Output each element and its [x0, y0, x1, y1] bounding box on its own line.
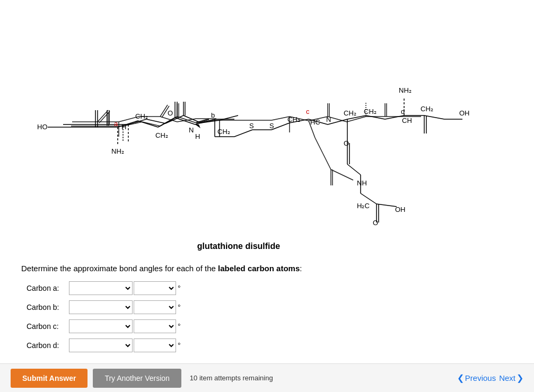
svg-text:CH₂: CH₂ — [155, 131, 168, 139]
question-section: Determine the approximate bond angles fo… — [21, 260, 513, 363]
svg-text:H: H — [121, 123, 126, 131]
carbon-a-select-1[interactable]: 90 109.5 120 180 — [69, 281, 133, 295]
svg-text:H₂C: H₂C — [357, 202, 370, 210]
svg-text:OH: OH — [459, 109, 470, 117]
svg-text:CH: CH — [402, 117, 412, 124]
svg-text:O: O — [168, 109, 173, 117]
svg-text:CH₂: CH₂ — [287, 115, 300, 123]
svg-line-96 — [385, 115, 404, 119]
carbon-a-row: Carbon a: 90 109.5 120 180 90 109.5 120 … — [27, 281, 513, 295]
carbon-c-degree: ° — [178, 322, 181, 331]
svg-line-69 — [138, 121, 158, 127]
svg-line-67 — [118, 121, 138, 127]
svg-text:a: a — [114, 120, 118, 128]
carbon-c-select-1[interactable]: 90 109.5 120 180 — [69, 319, 133, 333]
svg-line-81 — [272, 123, 290, 130]
svg-line-95 — [366, 115, 385, 119]
next-label: Next — [499, 373, 515, 382]
molecule-svg-final: .mol-text { font-family: Arial, sans-ser… — [0, 0, 534, 275]
molecule-title: glutathione disulfide — [197, 242, 281, 251]
svg-text:CH₂: CH₂ — [344, 109, 356, 117]
attempts-text: 10 item attempts remaining — [190, 374, 457, 382]
svg-text:N: N — [189, 126, 194, 134]
carbon-d-degree: ° — [178, 341, 181, 350]
svg-line-74 — [195, 119, 215, 124]
svg-line-99 — [424, 115, 444, 119]
svg-text:CH₂: CH₂ — [364, 108, 377, 115]
svg-text:CH₂: CH₂ — [135, 112, 148, 120]
carbon-d-label: Carbon d: — [27, 341, 69, 350]
svg-text:NH: NH — [357, 179, 367, 187]
chevron-left-icon: ❮ — [457, 373, 464, 383]
try-another-button[interactable]: Try Another Version — [93, 369, 181, 388]
svg-line-93 — [377, 204, 397, 207]
carbon-d-select-2[interactable]: 90 109.5 120 180 — [134, 338, 176, 352]
svg-text:c: c — [306, 108, 310, 115]
carbon-d-select-1[interactable]: 90 109.5 120 180 — [69, 338, 133, 352]
svg-text:OH: OH — [395, 206, 406, 213]
carbon-b-degree: ° — [178, 303, 181, 311]
carbon-b-select-2[interactable]: 90 109.5 120 180 — [134, 300, 176, 314]
svg-text:N: N — [326, 115, 331, 123]
carbon-a-select-2[interactable]: 90 109.5 120 180 — [134, 281, 176, 295]
carbon-rows: Carbon a: 90 109.5 120 180 90 109.5 120 … — [27, 281, 513, 352]
carbon-b-select-1[interactable]: 90 109.5 120 180 — [69, 300, 133, 314]
submit-button[interactable]: Submit Answer — [11, 369, 87, 388]
carbon-d-row: Carbon d: 90 109.5 120 180 90 109.5 120 … — [27, 338, 513, 352]
bottom-bar: Submit Answer Try Another Version 10 ite… — [0, 363, 534, 392]
chevron-right-icon: ❯ — [517, 373, 523, 383]
previous-label: Previous — [465, 373, 496, 382]
svg-marker-75 — [195, 124, 200, 128]
carbon-c-select-2[interactable]: 90 109.5 120 180 — [134, 319, 176, 333]
svg-text:NH₂: NH₂ — [399, 86, 412, 94]
svg-text:b: b — [211, 111, 215, 119]
question-text: Determine the approximate bond angles fo… — [21, 264, 513, 273]
svg-text:H: H — [195, 132, 200, 140]
carbon-c-row: Carbon c: 90 109.5 120 180 90 109.5 120 … — [27, 319, 513, 333]
svg-text:O: O — [373, 219, 378, 227]
main-container: .mol-text { font-family: Arial, sans-ser… — [0, 0, 534, 392]
svg-line-73 — [175, 118, 195, 124]
svg-text:CH₂: CH₂ — [421, 105, 433, 113]
carbon-a-degree: ° — [178, 284, 181, 292]
svg-text:O: O — [344, 139, 349, 147]
next-button[interactable]: Next ❯ — [499, 373, 523, 383]
svg-text:HO: HO — [37, 123, 48, 131]
svg-text:d: d — [401, 108, 405, 115]
carbon-c-label: Carbon c: — [27, 322, 69, 331]
svg-line-88 — [347, 164, 361, 175]
previous-button[interactable]: ❮ Previous — [457, 373, 496, 383]
carbon-b-label: Carbon b: — [27, 303, 69, 311]
svg-line-79 — [234, 130, 252, 137]
svg-text:CH₂: CH₂ — [217, 128, 230, 136]
nav-area: ❮ Previous Next ❯ — [457, 373, 523, 383]
svg-text:NH₂: NH₂ — [111, 147, 124, 155]
carbon-b-row: Carbon b: 90 109.5 120 180 90 109.5 120 … — [27, 300, 513, 314]
svg-text:S: S — [249, 122, 254, 130]
carbon-a-label: Carbon a: — [27, 284, 69, 292]
svg-text:HC: HC — [310, 118, 320, 126]
svg-line-70 — [158, 118, 175, 127]
svg-text:S: S — [269, 122, 274, 130]
